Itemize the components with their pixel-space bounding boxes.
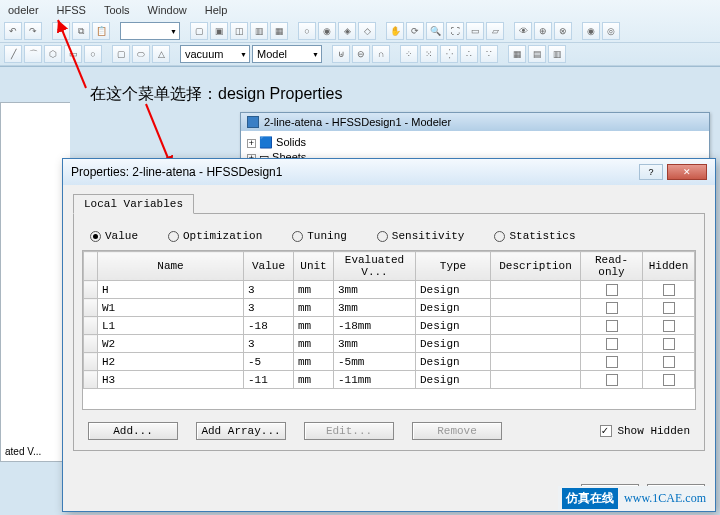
shape-cone-icon[interactable]: △ — [152, 45, 170, 63]
tool-b[interactable]: ▣ — [210, 22, 228, 40]
tree-solids[interactable]: +🟦 Solids — [247, 135, 703, 150]
cell-value[interactable]: 3 — [244, 335, 294, 353]
op-unite-icon[interactable]: ⊎ — [332, 45, 350, 63]
grid-b-icon[interactable]: ▤ — [528, 45, 546, 63]
col-value[interactable]: Value — [244, 252, 294, 281]
cell-unit[interactable]: mm — [294, 353, 334, 371]
snap-e-icon[interactable]: ∵ — [480, 45, 498, 63]
tool-h[interactable]: ◈ — [338, 22, 356, 40]
col-type[interactable]: Type — [416, 252, 491, 281]
cell-name[interactable]: W1 — [98, 299, 244, 317]
radio-sensitivity[interactable]: Sensitivity — [377, 230, 465, 242]
cell-unit[interactable]: mm — [294, 299, 334, 317]
col-hidden[interactable]: Hidden — [643, 252, 695, 281]
add-array-button[interactable]: Add Array... — [196, 422, 286, 440]
tool-paste-icon[interactable]: 📋 — [92, 22, 110, 40]
menu-modeler[interactable]: odeler — [0, 2, 47, 18]
cell-readonly[interactable] — [581, 299, 643, 317]
shape-poly-icon[interactable]: ⬡ — [44, 45, 62, 63]
tool-i[interactable]: ◇ — [358, 22, 376, 40]
shape-cyl-icon[interactable]: ⬭ — [132, 45, 150, 63]
snap-c-icon[interactable]: ⁛ — [440, 45, 458, 63]
cell-value[interactable]: -18 — [244, 317, 294, 335]
col-evaluated[interactable]: Evaluated V... — [334, 252, 416, 281]
combo-model[interactable]: Model — [252, 45, 322, 63]
tool-rotate-icon[interactable]: ⟳ — [406, 22, 424, 40]
shape-line-icon[interactable]: ╱ — [4, 45, 22, 63]
close-button[interactable]: ✕ — [667, 164, 707, 180]
tool-c[interactable]: ◫ — [230, 22, 248, 40]
cell-value[interactable]: -5 — [244, 353, 294, 371]
cell-hidden[interactable] — [643, 371, 695, 389]
tool-g[interactable]: ◉ — [318, 22, 336, 40]
snap-a-icon[interactable]: ⁘ — [400, 45, 418, 63]
tool-e[interactable]: ▦ — [270, 22, 288, 40]
edit-button[interactable]: Edit... — [304, 422, 394, 440]
tool-k[interactable]: ▱ — [486, 22, 504, 40]
grid-a-icon[interactable]: ▦ — [508, 45, 526, 63]
tool-fit-icon[interactable]: ⛶ — [446, 22, 464, 40]
tool-cut-icon[interactable]: ✂ — [52, 22, 70, 40]
op-subtract-icon[interactable]: ⊖ — [352, 45, 370, 63]
snap-b-icon[interactable]: ⁙ — [420, 45, 438, 63]
cell-description[interactable] — [491, 299, 581, 317]
cell-description[interactable] — [491, 281, 581, 299]
cell-hidden[interactable] — [643, 317, 695, 335]
cell-hidden[interactable] — [643, 299, 695, 317]
menu-help[interactable]: Help — [197, 2, 236, 18]
shape-circle-icon[interactable]: ○ — [84, 45, 102, 63]
cell-readonly[interactable] — [581, 371, 643, 389]
tool-n[interactable]: ⊗ — [554, 22, 572, 40]
cell-description[interactable] — [491, 371, 581, 389]
col-unit[interactable]: Unit — [294, 252, 334, 281]
shape-arc-icon[interactable]: ⌒ — [24, 45, 42, 63]
cell-unit[interactable]: mm — [294, 317, 334, 335]
cell-unit[interactable]: mm — [294, 281, 334, 299]
modeler-title-bar[interactable]: 2-line-atena - HFSSDesign1 - Modeler — [241, 113, 709, 131]
menu-hfss[interactable]: HFSS — [49, 2, 94, 18]
combo-material[interactable]: vacuum — [180, 45, 250, 63]
menu-window[interactable]: Window — [140, 2, 195, 18]
cell-unit[interactable]: mm — [294, 371, 334, 389]
radio-optimization[interactable]: Optimization — [168, 230, 262, 242]
cell-value[interactable]: 3 — [244, 281, 294, 299]
table-row[interactable]: H3 -11 mm -11mm Design — [84, 371, 695, 389]
tool-a[interactable]: ▢ — [190, 22, 208, 40]
cell-name[interactable]: W2 — [98, 335, 244, 353]
menu-tools[interactable]: Tools — [96, 2, 138, 18]
tool-l[interactable]: 👁 — [514, 22, 532, 40]
add-button[interactable]: Add... — [88, 422, 178, 440]
col-readonly[interactable]: Read-only — [581, 252, 643, 281]
cell-name[interactable]: H — [98, 281, 244, 299]
radio-tuning[interactable]: Tuning — [292, 230, 347, 242]
snap-d-icon[interactable]: ∴ — [460, 45, 478, 63]
table-row[interactable]: H 3 mm 3mm Design — [84, 281, 695, 299]
tab-local-variables[interactable]: Local Variables — [73, 194, 194, 214]
tool-undo-icon[interactable]: ↶ — [4, 22, 22, 40]
table-row[interactable]: L1 -18 mm -18mm Design — [84, 317, 695, 335]
grid-c-icon[interactable]: ▥ — [548, 45, 566, 63]
tool-d[interactable]: ▥ — [250, 22, 268, 40]
cell-description[interactable] — [491, 335, 581, 353]
radio-statistics[interactable]: Statistics — [494, 230, 575, 242]
cell-value[interactable]: -11 — [244, 371, 294, 389]
tool-redo-icon[interactable]: ↷ — [24, 22, 42, 40]
combo-zoom[interactable] — [120, 22, 180, 40]
shape-rect-icon[interactable]: ▭ — [64, 45, 82, 63]
tool-j[interactable]: ▭ — [466, 22, 484, 40]
table-row[interactable]: W1 3 mm 3mm Design — [84, 299, 695, 317]
cell-readonly[interactable] — [581, 353, 643, 371]
table-row[interactable]: H2 -5 mm -5mm Design — [84, 353, 695, 371]
cell-value[interactable]: 3 — [244, 299, 294, 317]
cell-name[interactable]: L1 — [98, 317, 244, 335]
tool-eye-icon[interactable]: ◉ — [582, 22, 600, 40]
table-row[interactable]: W2 3 mm 3mm Design — [84, 335, 695, 353]
dialog-title-bar[interactable]: Properties: 2-line-atena - HFSSDesign1 ?… — [63, 159, 715, 185]
tool-f[interactable]: ○ — [298, 22, 316, 40]
op-intersect-icon[interactable]: ∩ — [372, 45, 390, 63]
tool-o[interactable]: ◎ — [602, 22, 620, 40]
cell-hidden[interactable] — [643, 281, 695, 299]
radio-value[interactable]: Value — [90, 230, 138, 242]
tool-m[interactable]: ⊕ — [534, 22, 552, 40]
cell-description[interactable] — [491, 353, 581, 371]
